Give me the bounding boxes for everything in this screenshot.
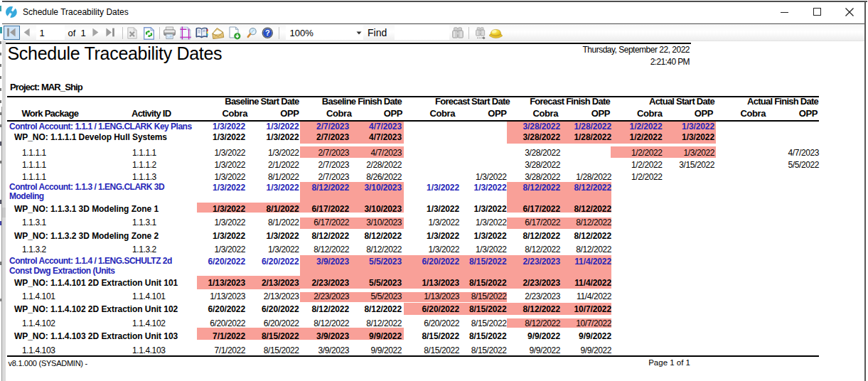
svg-text:?: ? [265,28,270,37]
